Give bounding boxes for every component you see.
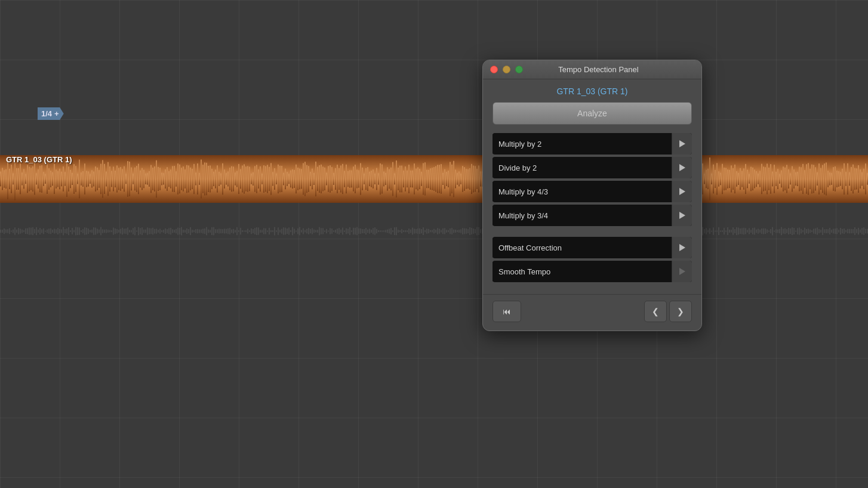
svg-rect-680 <box>349 227 350 235</box>
svg-rect-125 <box>224 169 225 189</box>
svg-rect-601 <box>208 230 209 233</box>
svg-rect-615 <box>233 229 234 234</box>
svg-rect-554 <box>124 228 125 234</box>
svg-rect-254 <box>455 169 456 188</box>
svg-rect-77 <box>138 164 139 194</box>
svg-rect-690 <box>367 230 368 233</box>
svg-rect-227 <box>407 171 408 188</box>
svg-rect-243 <box>435 166 436 192</box>
svg-rect-475 <box>851 167 852 191</box>
svg-rect-425 <box>761 164 762 194</box>
svg-rect-428 <box>767 163 768 194</box>
analyze-button[interactable]: Analyze <box>493 102 692 125</box>
svg-rect-626 <box>253 229 254 233</box>
svg-rect-896 <box>736 227 737 235</box>
svg-rect-447 <box>801 167 802 190</box>
svg-rect-519 <box>61 230 62 233</box>
svg-rect-569 <box>150 228 152 234</box>
time-marker[interactable]: 1/4 + <box>38 107 64 120</box>
action-play-divide-by-2[interactable] <box>672 157 692 178</box>
svg-rect-961 <box>852 229 854 233</box>
maximize-button[interactable] <box>515 66 523 73</box>
svg-rect-131 <box>235 172 236 185</box>
footer-nav-right: ❮ ❯ <box>644 301 692 322</box>
svg-rect-628 <box>256 227 257 235</box>
svg-rect-190 <box>340 165 341 192</box>
svg-rect-500 <box>27 228 28 234</box>
svg-rect-488 <box>5 230 7 233</box>
track-secondary-waveform <box>0 221 868 242</box>
prev-icon: ❮ <box>652 307 659 316</box>
svg-rect-27 <box>48 168 50 190</box>
svg-rect-119 <box>213 172 214 186</box>
svg-rect-10 <box>18 168 19 190</box>
action-play-offbeat-correction[interactable] <box>672 237 692 258</box>
close-button[interactable] <box>490 66 498 73</box>
svg-rect-247 <box>442 173 444 185</box>
time-marker-label: 1/4 <box>41 109 52 118</box>
svg-rect-905 <box>752 228 753 234</box>
svg-rect-56 <box>100 164 101 194</box>
svg-rect-910 <box>761 228 762 234</box>
svg-rect-147 <box>263 165 264 193</box>
action-play-multiply-by-2[interactable] <box>672 133 692 155</box>
prev-button[interactable]: ❮ <box>644 301 667 322</box>
next-button[interactable]: ❯ <box>669 301 692 322</box>
svg-rect-937 <box>809 230 811 233</box>
svg-rect-567 <box>147 227 148 234</box>
svg-rect-913 <box>767 230 768 233</box>
svg-rect-702 <box>389 229 390 234</box>
action-play-multiply-by-3-4[interactable] <box>672 205 692 226</box>
svg-rect-55 <box>99 170 100 188</box>
svg-rect-12 <box>21 172 23 185</box>
action-play-smooth-tempo[interactable] <box>672 261 692 282</box>
svg-rect-502 <box>30 228 32 235</box>
action-row-smooth-tempo: Smooth Tempo <box>493 261 692 282</box>
svg-rect-599 <box>204 228 205 234</box>
action-play-multiply-by-4-3[interactable] <box>672 181 692 202</box>
svg-rect-583 <box>176 229 177 233</box>
svg-rect-647 <box>290 230 291 232</box>
svg-rect-209 <box>374 174 375 184</box>
svg-rect-196 <box>351 171 352 188</box>
svg-rect-620 <box>242 230 243 232</box>
svg-rect-948 <box>829 228 830 234</box>
rewind-button[interactable]: ⏮ <box>493 301 521 322</box>
svg-rect-93 <box>167 167 168 191</box>
svg-rect-629 <box>258 227 259 234</box>
svg-rect-203 <box>364 174 365 184</box>
svg-rect-199 <box>356 169 358 188</box>
svg-rect-75 <box>134 168 136 191</box>
svg-rect-433 <box>775 172 777 186</box>
svg-rect-31 <box>56 169 57 189</box>
svg-rect-213 <box>381 165 383 194</box>
svg-rect-184 <box>330 165 331 193</box>
svg-rect-738 <box>453 230 454 233</box>
svg-rect-959 <box>849 229 850 233</box>
svg-rect-476 <box>852 165 854 194</box>
svg-rect-739 <box>455 230 456 233</box>
svg-rect-964 <box>858 228 859 234</box>
svg-rect-103 <box>184 169 186 189</box>
minimize-button[interactable] <box>503 66 510 73</box>
svg-rect-508 <box>41 229 42 233</box>
svg-rect-962 <box>854 227 855 235</box>
svg-rect-651 <box>297 228 298 234</box>
svg-rect-604 <box>213 227 214 236</box>
svg-rect-694 <box>374 227 375 235</box>
svg-rect-684 <box>356 227 358 236</box>
svg-rect-137 <box>245 166 247 192</box>
svg-rect-148 <box>265 166 266 192</box>
svg-rect-14 <box>25 174 26 184</box>
svg-rect-598 <box>202 228 204 233</box>
svg-rect-221 <box>396 160 397 197</box>
svg-rect-2 <box>4 170 5 188</box>
svg-rect-692 <box>371 230 372 233</box>
svg-rect-732 <box>442 228 444 234</box>
panel-content: GTR 1_03 (GTR 1) Analyze Multiply by 2 D… <box>483 79 701 294</box>
svg-rect-908 <box>758 228 759 233</box>
svg-rect-240 <box>430 168 431 190</box>
svg-rect-482 <box>863 169 864 189</box>
svg-rect-736 <box>450 228 451 234</box>
svg-rect-472 <box>845 172 847 186</box>
